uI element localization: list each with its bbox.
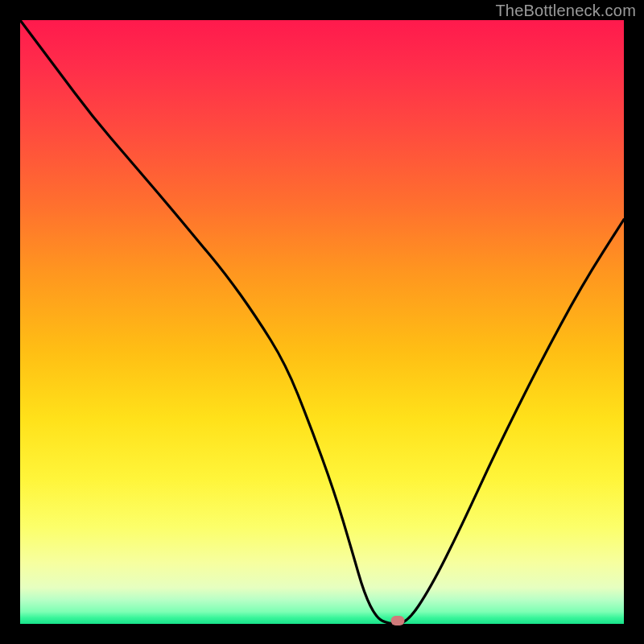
optimal-marker xyxy=(390,616,404,625)
watermark-text: TheBottleneck.com xyxy=(495,2,636,20)
plot-area xyxy=(20,20,624,624)
chart-frame: TheBottleneck.com xyxy=(0,0,644,644)
